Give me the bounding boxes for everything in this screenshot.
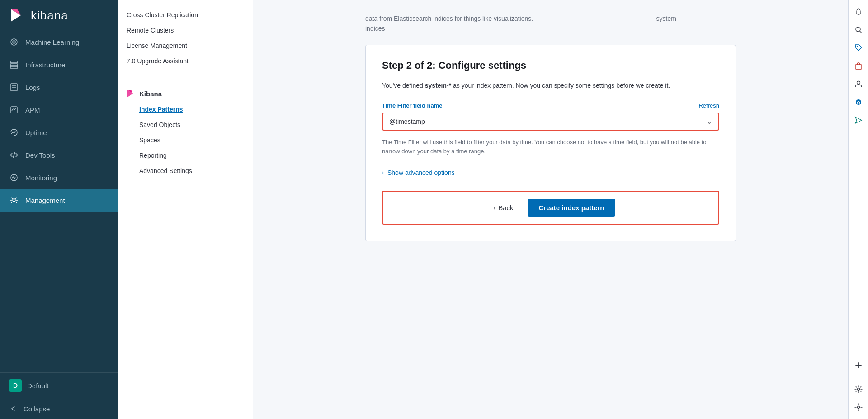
- sidebar-footer: D Default Collapse: [0, 372, 118, 419]
- logs-icon: [9, 82, 19, 92]
- intro-text2: system: [656, 15, 676, 22]
- middle-nav-spaces[interactable]: Spaces: [118, 132, 253, 148]
- svg-point-34: [857, 406, 859, 409]
- bell-icon[interactable]: [850, 4, 867, 20]
- monitoring-icon: [9, 173, 19, 183]
- button-row: ‹ Back Create index pattern: [382, 191, 719, 225]
- middle-nav-remote-clusters[interactable]: Remote Clusters: [118, 23, 253, 38]
- back-button[interactable]: ‹ Back: [486, 200, 520, 215]
- kibana-k-logo: [127, 89, 136, 98]
- logo-area: kibana: [0, 0, 118, 31]
- svg-point-33: [857, 388, 859, 391]
- user-label: Default: [27, 382, 49, 390]
- svg-line-17: [13, 152, 15, 158]
- config-title: Step 2 of 2: Configure settings: [382, 60, 719, 71]
- desc-start: You've defined: [382, 82, 425, 89]
- desc-end: as your index pattern. Now you can speci…: [451, 82, 670, 89]
- svg-point-4: [13, 41, 15, 43]
- page-intro: data from Elasticsearch indices for thin…: [365, 14, 736, 34]
- monitoring-label: Monitoring: [25, 174, 57, 182]
- uptime-icon: [9, 127, 19, 137]
- middle-divider: [118, 76, 253, 76]
- show-advanced-label: Show advanced options: [387, 169, 455, 176]
- svg-rect-26: [855, 65, 862, 69]
- svg-point-25: [856, 46, 857, 47]
- field-label-row: Time Filter field name Refresh: [382, 102, 719, 109]
- intro-text3: indices: [365, 25, 385, 32]
- logs-label: Logs: [25, 84, 40, 91]
- refresh-button[interactable]: Refresh: [698, 102, 719, 109]
- settings-icon-bottom[interactable]: [850, 381, 867, 397]
- time-filter-label: Time Filter field name: [382, 102, 442, 109]
- sidebar: kibana Machine Learning: [0, 0, 118, 419]
- desc-bold: system-*: [425, 82, 451, 89]
- infrastructure-icon: [9, 60, 19, 70]
- chevron-down-icon: ⌄: [707, 118, 712, 125]
- user-section[interactable]: D Default: [0, 373, 118, 398]
- dev-tools-label: Dev Tools: [25, 151, 55, 159]
- sidebar-item-dev-tools[interactable]: Dev Tools: [0, 144, 118, 166]
- back-arrow-icon: ‹: [493, 204, 495, 212]
- machine-learning-label: Machine Learning: [25, 38, 79, 46]
- field-hint: The Time Filter will use this field to f…: [382, 138, 719, 157]
- send-icon[interactable]: [850, 112, 867, 128]
- plus-icon[interactable]: [850, 357, 867, 373]
- svg-marker-24: [855, 45, 862, 51]
- middle-nav-cross-cluster[interactable]: Cross Cluster Replication: [118, 7, 253, 23]
- right-divider: [852, 377, 865, 377]
- sidebar-item-apm[interactable]: APM: [0, 99, 118, 121]
- circle-blue-icon[interactable]: O: [850, 94, 867, 110]
- main-content: data from Elasticsearch indices for thin…: [253, 0, 848, 419]
- middle-nav-advanced-settings[interactable]: Advanced Settings: [118, 163, 253, 179]
- management-label: Management: [25, 197, 65, 204]
- svg-point-19: [13, 199, 15, 202]
- user-avatar: D: [9, 379, 22, 392]
- config-card: Step 2 of 2: Configure settings You've d…: [365, 45, 736, 241]
- show-advanced-options[interactable]: › Show advanced options: [382, 169, 719, 176]
- middle-nav-index-patterns[interactable]: Index Patterns: [118, 102, 253, 117]
- search-icon[interactable]: [850, 22, 867, 38]
- main-area: data from Elasticsearch indices for thin…: [253, 0, 868, 419]
- sidebar-nav: Machine Learning Infrastructure: [0, 31, 118, 372]
- svg-rect-9: [10, 64, 18, 66]
- briefcase-icon[interactable]: [850, 58, 867, 74]
- timestamp-select-wrapper[interactable]: @timestamp ⌄: [382, 113, 719, 131]
- intro-text: data from Elasticsearch indices for thin…: [365, 15, 533, 22]
- kibana-section: Kibana Index Patterns Saved Objects Spac…: [118, 80, 253, 182]
- tag-icon[interactable]: [850, 40, 867, 56]
- management-icon: [9, 195, 19, 205]
- config-description: You've defined system-* as your index pa…: [382, 80, 719, 91]
- machine-learning-icon: [9, 37, 19, 47]
- svg-rect-10: [10, 66, 18, 68]
- svg-text:O: O: [857, 100, 860, 105]
- timestamp-select[interactable]: @timestamp ⌄: [383, 113, 718, 130]
- user-icon[interactable]: [850, 76, 867, 92]
- svg-marker-30: [855, 117, 862, 123]
- kibana-section-header: Kibana: [118, 84, 253, 102]
- middle-nav-upgrade-assistant[interactable]: 7.0 Upgrade Assistant: [118, 53, 253, 69]
- create-index-pattern-button[interactable]: Create index pattern: [528, 199, 615, 217]
- middle-nav-reporting[interactable]: Reporting: [118, 148, 253, 163]
- select-value: @timestamp: [389, 118, 425, 125]
- apm-label: APM: [25, 106, 40, 114]
- infrastructure-label: Infrastructure: [25, 61, 65, 69]
- sidebar-item-management[interactable]: Management: [0, 189, 118, 212]
- sidebar-item-infrastructure[interactable]: Infrastructure: [0, 53, 118, 76]
- apm-icon: [9, 105, 19, 115]
- collapse-button[interactable]: Collapse: [0, 398, 118, 419]
- svg-point-27: [857, 81, 860, 85]
- kibana-section-title: Kibana: [139, 90, 162, 98]
- svg-rect-11: [10, 61, 18, 63]
- right-panel: O: [848, 0, 868, 419]
- svg-line-23: [860, 31, 862, 33]
- sidebar-item-uptime[interactable]: Uptime: [0, 121, 118, 144]
- dev-tools-icon: [9, 150, 19, 160]
- kibana-logo-icon: [9, 7, 25, 24]
- gear-icon[interactable]: [850, 399, 867, 415]
- sidebar-item-monitoring[interactable]: Monitoring: [0, 166, 118, 189]
- sidebar-item-machine-learning[interactable]: Machine Learning: [0, 31, 118, 53]
- back-label: Back: [498, 204, 513, 212]
- sidebar-item-logs[interactable]: Logs: [0, 76, 118, 99]
- middle-nav-saved-objects[interactable]: Saved Objects: [118, 117, 253, 132]
- middle-nav-license-management[interactable]: License Management: [118, 38, 253, 53]
